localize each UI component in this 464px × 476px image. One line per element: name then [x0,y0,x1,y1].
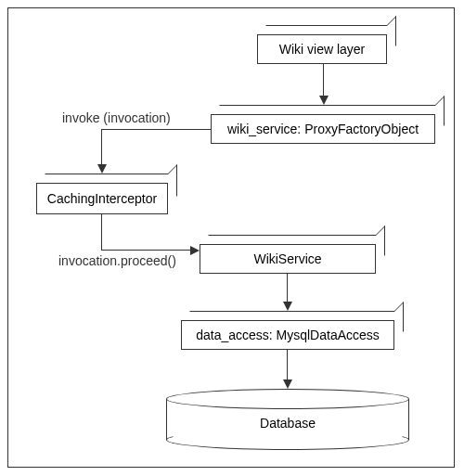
edge-proxy-to-interceptor-h [101,129,211,130]
arrowhead-icon [283,302,292,311]
edge-view-to-proxy [323,64,324,96]
arrowhead-icon [283,380,292,389]
node-label: CachingInterceptor [47,191,157,206]
diagram-frame: Wiki view layer wiki_service: ProxyFacto… [7,7,455,468]
edge-label-invoke: invoke (invocation) [62,110,171,125]
node-label: data_access: MysqlDataAccess [196,328,380,342]
edge-interceptor-to-service-v [101,214,102,250]
arrowhead-icon [97,164,107,174]
node-caching-interceptor: CachingInterceptor [36,183,168,214]
node-label: Wiki view layer [279,42,366,57]
node-data-access: data_access: MysqlDataAccess [181,320,394,350]
node-proxy-factory: wiki_service: ProxyFactoryObject [211,114,435,144]
node-label: WikiService [253,251,321,266]
arrowhead-icon [190,246,200,255]
edge-interceptor-to-service-h [101,250,190,251]
diagram-canvas: Wiki view layer wiki_service: ProxyFacto… [0,0,464,476]
arrowhead-icon [319,96,329,105]
edge-service-to-dao [287,274,288,302]
node-label: wiki_service: ProxyFactoryObject [227,122,419,136]
node-label: Database [260,416,316,431]
node-wiki-service: WikiService [200,244,376,274]
node-database: Database [166,389,409,450]
edge-label-proceed: invocation.proceed() [58,253,176,268]
edge-proxy-to-interceptor-v [101,129,102,164]
node-wiki-view-layer: Wiki view layer [257,34,387,64]
edge-dao-to-db [287,350,288,380]
